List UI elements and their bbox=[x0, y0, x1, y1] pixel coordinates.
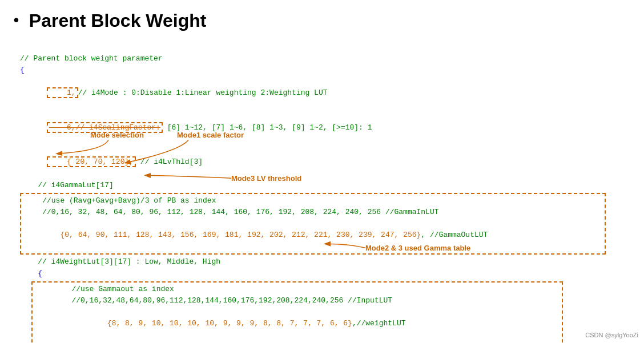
code-area: // Parent block weight parameter { 1,// … bbox=[11, 47, 633, 343]
code-brace2: { bbox=[20, 268, 624, 280]
watermark: CSDN @sylgYooZi bbox=[585, 332, 638, 338]
code-inputlut: //0,16,32,48,64,80,96,112,128,144,160,17… bbox=[36, 295, 558, 306]
code-line-mode: 1,// i4Mode : 0:Disable 1:Linear weighti… bbox=[20, 76, 624, 110]
code-gammain: //0,16, 32, 48, 64, 80, 96, 112, 128, 14… bbox=[25, 207, 601, 218]
title-section: • Parent Block Weight bbox=[11, 6, 633, 36]
code-weight-comment: // i4WeightLut[3][17] : Low, Middle, Hig… bbox=[20, 256, 624, 268]
code-gammaout: {0, 64, 90, 111, 128, 143, 156, 169, 181… bbox=[25, 218, 601, 252]
code-comment1: // Parent block weight parameter bbox=[20, 53, 624, 64]
code-line-lvthld: { 20, 70, 120}, // i4LvThld[3] bbox=[20, 145, 624, 179]
page-container: • Parent Block Weight // Parent block we… bbox=[0, 0, 644, 343]
code-weight1: {8, 8, 9, 10, 10, 10, 10, 9, 9, 9, 8, 8,… bbox=[36, 306, 558, 341]
code-use-ravg: //use (Ravg+Gavg+Bavg)/3 of PB as index bbox=[25, 195, 601, 207]
bullet-point: • bbox=[11, 13, 21, 29]
code-brace-open: { bbox=[20, 64, 624, 76]
page-title: Parent Block Weight bbox=[29, 10, 207, 31]
code-weight2: {8, 8, 9, 10, 10, 10, 10, 9, 9, 9, 8, 8,… bbox=[36, 341, 558, 343]
code-use-gammaout: //use Gammaout as index bbox=[36, 284, 558, 295]
weight-lut-box: //use Gammaout as index //0,16,32,48,64,… bbox=[31, 281, 563, 343]
code-gamma-comment: // i4GammaLut[17] bbox=[20, 180, 624, 191]
gamma-lut-box: //use (Ravg+Gavg+Bavg)/3 of PB as index … bbox=[20, 193, 606, 255]
code-line-scaling: 6,// i4ScalingFactor: [6] 1~12, [7] 1~6,… bbox=[20, 111, 624, 145]
